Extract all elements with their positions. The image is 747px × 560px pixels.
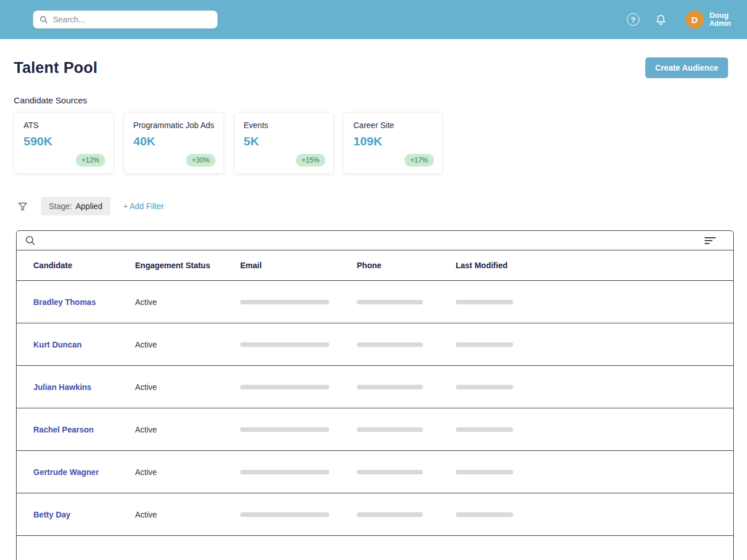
card-delta-badge: +17% xyxy=(405,154,434,167)
card-value: 109K xyxy=(353,134,433,148)
table-row: Betty Day Active xyxy=(17,493,733,535)
table-search-row[interactable] xyxy=(17,231,733,250)
card-label: ATS xyxy=(24,121,104,130)
column-header-last-modified[interactable]: Last Modified xyxy=(456,261,733,270)
table-row: Julian Hawkins Active xyxy=(17,365,733,408)
candidate-sources-heading: Candidate Sources xyxy=(0,78,747,112)
card-value: 590K xyxy=(24,134,104,148)
phone-placeholder-bar xyxy=(357,342,423,347)
phone-placeholder-bar xyxy=(357,512,423,517)
phone-placeholder-bar xyxy=(357,385,423,389)
user-role: Admin xyxy=(710,20,731,28)
last-modified-placeholder-bar xyxy=(456,427,513,432)
column-header-email[interactable]: Email xyxy=(240,261,357,270)
page-title: Talent Pool xyxy=(14,59,98,77)
card-label: Career Site xyxy=(353,121,433,130)
candidate-link[interactable]: Rachel Pearson xyxy=(33,425,135,434)
card-delta-badge: +15% xyxy=(296,154,325,167)
card-delta-badge: +30% xyxy=(186,154,215,167)
table-row: Rachel Pearson Active xyxy=(17,408,733,450)
engagement-status: Active xyxy=(135,298,240,307)
source-cards: ATS 590K +12% Programmatic Job Ads 40K +… xyxy=(0,112,747,174)
last-modified-placeholder-bar xyxy=(456,512,513,517)
top-bar: ? D Doug Admin xyxy=(0,0,747,39)
table-row: Gertrude Wagner Active xyxy=(17,450,733,493)
engagement-status: Active xyxy=(135,383,240,392)
last-modified-placeholder-bar xyxy=(456,385,513,389)
stage-filter-value: Applied xyxy=(75,202,102,211)
last-modified-placeholder-bar xyxy=(456,342,513,347)
notifications-bell-icon[interactable] xyxy=(654,13,667,26)
column-header-phone[interactable]: Phone xyxy=(357,261,456,270)
table-search-icon xyxy=(25,235,36,246)
email-placeholder-bar xyxy=(240,342,329,347)
candidate-link[interactable]: Kurt Duncan xyxy=(33,340,135,349)
engagement-status: Active xyxy=(135,468,240,477)
engagement-status: Active xyxy=(135,340,240,349)
source-card-events[interactable]: Events 5K +15% xyxy=(234,112,334,174)
card-value: 40K xyxy=(133,134,214,148)
table-empty-row xyxy=(17,535,733,560)
create-audience-button[interactable]: Create Audience xyxy=(645,57,728,78)
add-filter-link[interactable]: + Add Filter xyxy=(123,202,164,211)
table-header-row: Candidate Engagement Status Email Phone … xyxy=(17,250,733,280)
source-card-career-site[interactable]: Career Site 109K +17% xyxy=(344,112,442,174)
table-row: Kurt Duncan Active xyxy=(17,323,733,365)
user-menu[interactable]: D Doug Admin xyxy=(686,10,731,29)
last-modified-placeholder-bar xyxy=(456,300,513,304)
card-label: Events xyxy=(244,121,324,130)
phone-placeholder-bar xyxy=(357,300,423,304)
user-name: Doug xyxy=(710,11,731,20)
engagement-status: Active xyxy=(135,425,240,434)
filter-bar: Stage: Applied + Add Filter xyxy=(0,174,747,215)
card-value: 5K xyxy=(244,134,324,148)
engagement-status: Active xyxy=(135,510,240,519)
source-card-ats[interactable]: ATS 590K +12% xyxy=(14,112,114,174)
source-card-programmatic-job-ads[interactable]: Programmatic Job Ads 40K +30% xyxy=(124,112,224,174)
global-search[interactable] xyxy=(33,10,218,29)
column-header-candidate[interactable]: Candidate xyxy=(33,261,135,270)
candidate-link[interactable]: Bradley Thomas xyxy=(33,298,135,307)
email-placeholder-bar xyxy=(240,300,329,304)
email-placeholder-bar xyxy=(240,470,329,474)
last-modified-placeholder-bar xyxy=(456,470,513,474)
phone-placeholder-bar xyxy=(357,427,423,432)
stage-filter-chip[interactable]: Stage: Applied xyxy=(41,197,110,215)
email-placeholder-bar xyxy=(240,427,329,432)
search-input[interactable] xyxy=(53,15,211,24)
card-delta-badge: +12% xyxy=(76,154,105,167)
avatar: D xyxy=(686,10,704,29)
stage-filter-label: Stage: xyxy=(49,202,72,211)
candidate-link[interactable]: Julian Hawkins xyxy=(33,383,135,392)
column-header-engagement-status[interactable]: Engagement Status xyxy=(135,261,240,270)
email-placeholder-bar xyxy=(240,512,329,517)
sort-icon[interactable] xyxy=(704,236,716,245)
candidate-link[interactable]: Betty Day xyxy=(33,510,135,519)
search-icon xyxy=(39,15,48,24)
table-row: Bradley Thomas Active xyxy=(17,280,733,323)
email-placeholder-bar xyxy=(240,385,329,389)
card-label: Programmatic Job Ads xyxy=(133,121,214,130)
help-icon[interactable]: ? xyxy=(627,13,640,26)
candidate-link[interactable]: Gertrude Wagner xyxy=(33,468,135,477)
filter-funnel-icon[interactable] xyxy=(17,201,28,212)
phone-placeholder-bar xyxy=(357,470,423,474)
candidates-table: Candidate Engagement Status Email Phone … xyxy=(16,230,734,560)
